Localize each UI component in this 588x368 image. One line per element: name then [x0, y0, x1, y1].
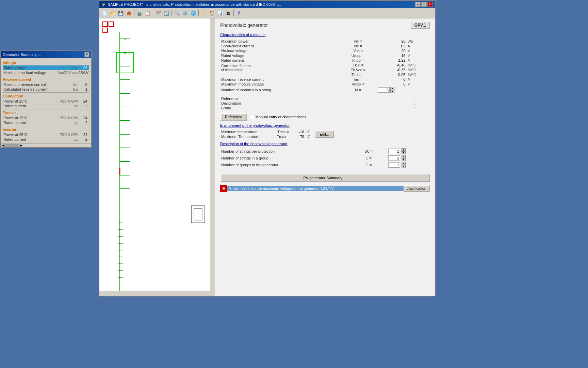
inverter-power-row: Power at 25°C PDCIN GPV 24, [3, 132, 89, 137]
warning-bar: ■ Vmax: less than the maximum voltage of… [220, 185, 430, 192]
strings-protection-field[interactable] [388, 149, 400, 154]
edit-button[interactable]: Edit... [315, 131, 334, 138]
zoom-button[interactable]: 🔍 [173, 10, 181, 17]
strings-group-spinner-btns: ▲ ▼ [401, 155, 406, 161]
strings-group-label: Number of strings in a group [220, 155, 350, 162]
max-module-voltage-label: Maximum module voltage [220, 82, 340, 87]
rated-current-value: 1.22 [377, 58, 407, 63]
connection-power-row: Power at 25°C PDCIN GPV 24, [3, 99, 89, 104]
module-props-table: Maximum power Pm = 20 Wp Short-circuit c… [220, 39, 430, 93]
tracker-power-sublabel: PDCIN GPV [58, 116, 78, 120]
inverter-current-value: 2, [78, 137, 88, 141]
strings-group-field[interactable] [388, 155, 400, 161]
strings-protection-spinner-btns: ▲ ▼ [401, 148, 406, 154]
inverter-section-label: Inverter [3, 127, 89, 132]
rated-current-eq: Impp = [340, 58, 377, 63]
max-no-load-label: Maximum no-load voltage [3, 71, 58, 75]
canvas-svg: ✕ ✕ [99, 18, 215, 296]
table-row: Maximum power Pm = 20 Wp [220, 39, 430, 44]
strings-protection-eq: SC = [350, 148, 388, 155]
pv-summary-button[interactable]: PV generator Summary ... [220, 174, 430, 182]
print-button[interactable]: 🖨️ [136, 10, 143, 17]
groups-generator-down[interactable]: ▼ [401, 165, 406, 168]
min-temp-eq: Tmin = [275, 129, 292, 134]
home-button[interactable]: 🏠 [208, 10, 216, 17]
maximize-button[interactable]: □ [421, 2, 427, 7]
chart-button[interactable]: 📊 [216, 10, 224, 17]
globe-button[interactable]: 🌐 [190, 10, 197, 17]
justification-button[interactable]: Justification [404, 185, 430, 192]
canvas-scroll-horizontal[interactable] [99, 291, 210, 296]
designation-value [423, 101, 430, 106]
pv-header: Photovoltaic generator GPV.1 [220, 22, 430, 29]
table-row: Number of modules in a string M = ▲ ▼ [220, 87, 430, 93]
no-load-voltage-eq: Voc = [340, 48, 377, 53]
print2-button[interactable]: 📋 [144, 10, 151, 17]
groups-generator-up[interactable]: ▲ [401, 162, 406, 165]
strings-group-input-cell: ▲ ▼ [387, 155, 430, 162]
reference-button[interactable]: Reference [220, 113, 247, 121]
max-reverse-value: 0, [78, 82, 88, 87]
strings-protection-up[interactable]: ▲ [401, 148, 406, 151]
tracker-power-label: Power at 25°C [3, 116, 58, 120]
table-row: Short-circuit current Isc = 1.5 A [220, 44, 430, 48]
table-row: Rated current Impp = 1.22 A [220, 58, 430, 63]
warning-text: Vmax: less than the maximum voltage of t… [227, 186, 404, 191]
max-power-value: 20 [377, 39, 407, 44]
title-bar-text: ⚡ SAMPLE PROJECT* - archelios calc, Phot… [101, 2, 281, 7]
grid-button[interactable]: ▦ [225, 10, 232, 17]
lightning-button[interactable]: ⚡ [200, 10, 208, 17]
modules-string-field[interactable] [378, 87, 390, 93]
max-temp-label: Maximum Temperature [220, 134, 275, 139]
max-no-load-voltage-row: Maximum no-load voltage VocGPV max 134,V [3, 70, 89, 75]
settings-button[interactable]: ⚙️ [181, 10, 189, 17]
modules-string-spinner[interactable]: ▲ ▼ [378, 87, 429, 93]
save-button[interactable]: 💾 [117, 10, 125, 17]
strings-group-eq: C = [350, 155, 388, 162]
connection-current-value: 2, [78, 104, 88, 108]
dialog-scrollbar[interactable]: ◀ ▶ [1, 143, 91, 147]
canvas-scroll-vertical[interactable] [210, 18, 215, 296]
new-button[interactable]: 📄 [101, 10, 108, 17]
undo-button[interactable]: ↩️ [163, 10, 170, 17]
pv-title: Photovoltaic generator [220, 22, 268, 28]
close-button[interactable]: ✕ [427, 2, 433, 7]
max-temp-value: 70 [292, 134, 305, 139]
modules-string-label: Number of modules in a string [220, 87, 340, 93]
app-window: ⚡ SAMPLE PROJECT* - archelios calc, Phot… [99, 0, 436, 296]
max-module-voltage-eq: Vmax = [340, 82, 377, 87]
voltage-section-label: Voltage [3, 61, 89, 65]
inverter-power-label: Power at 25°C [3, 133, 58, 137]
scroll-right-button[interactable]: ▶ [19, 144, 23, 147]
modules-spinner-down[interactable]: ▼ [390, 90, 395, 93]
brand-label: Brand [220, 106, 406, 110]
manual-entry-checkbox[interactable] [250, 115, 254, 119]
tracker-current-row: Rated current Ipp 2, [3, 120, 89, 125]
max-temp-unit: °C [305, 134, 311, 139]
inverter-current-sublabel: Ipp [58, 138, 78, 141]
export-button[interactable]: 📤 [125, 10, 133, 17]
pv-id-badge: GPV.1 [411, 22, 430, 29]
module-characteristics-title: Characteristics of a module [220, 33, 430, 37]
dialog-content: Voltage Rated voltage Upp 96, Maximum no… [1, 58, 91, 143]
title-bar-controls: ─ □ ✕ [415, 2, 433, 7]
groups-generator-spinner[interactable]: ▲ ▼ [388, 162, 429, 168]
modules-spinner-up[interactable]: ▲ [390, 87, 395, 90]
rated-voltage-unit: V [407, 53, 430, 58]
scroll-left-button[interactable]: ◀ [1, 144, 5, 147]
strings-group-down[interactable]: ▼ [401, 158, 406, 161]
scrollbar-thumb[interactable] [5, 144, 19, 147]
strings-group-up[interactable]: ▲ [401, 155, 406, 158]
cut-button[interactable]: ✂️ [154, 10, 162, 17]
identifiers-table: Reference : Designation : Brand : [220, 96, 430, 110]
correction-factors-label: Correction factorsof temperature [220, 63, 340, 77]
help-button[interactable]: ? [235, 10, 243, 17]
groups-generator-field[interactable] [388, 162, 400, 168]
minimize-button[interactable]: ─ [415, 2, 421, 7]
dialog-close-button[interactable]: ✕ [84, 52, 89, 57]
groups-generator-input-cell: ▲ ▼ [387, 162, 430, 168]
open-button[interactable]: 📂 [109, 10, 116, 17]
strings-group-spinner[interactable]: ▲ ▼ [388, 155, 429, 161]
strings-protection-down[interactable]: ▼ [401, 151, 406, 154]
strings-protection-spinner[interactable]: ▲ ▼ [388, 148, 429, 154]
